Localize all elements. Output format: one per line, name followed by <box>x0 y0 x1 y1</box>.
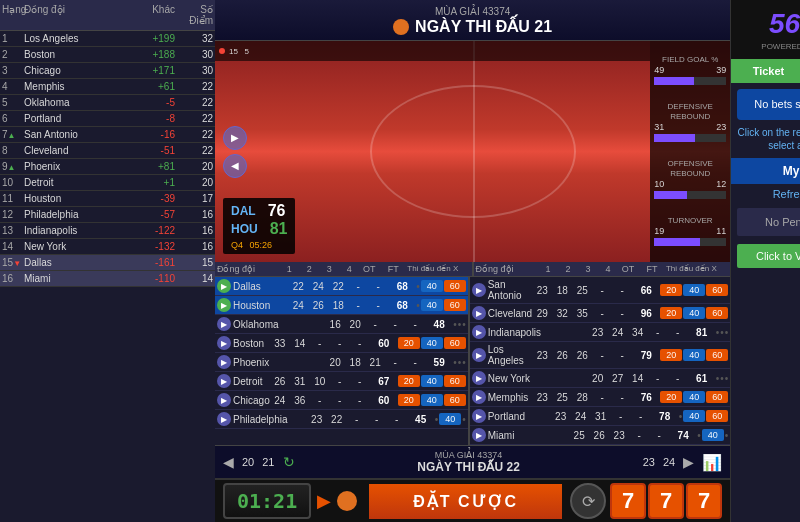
odd-btn[interactable]: 20 <box>398 394 420 406</box>
refresh-icon[interactable]: ↻ <box>283 454 295 470</box>
odd-btn[interactable]: 60 <box>444 394 466 406</box>
left-bet-row[interactable]: ▶ Detroit 26 31 10 - - 67 204060 <box>215 372 468 391</box>
play-button[interactable]: ▶ <box>472 428 486 442</box>
left-bet-row[interactable]: ▶ Chicago 24 36 - - - 60 204060 <box>215 391 468 410</box>
left-p3-header: 3 <box>319 264 339 274</box>
odd-btn[interactable]: 60 <box>706 307 728 319</box>
next-day1[interactable]: 23 <box>643 456 655 468</box>
odd-btn[interactable]: 20 <box>398 375 420 387</box>
bet-table-area: Đồng đội 1 2 3 4 OT FT Thi đấu đến X Đồn… <box>215 262 730 445</box>
odd-btn[interactable]: 60 <box>706 349 728 361</box>
play-button[interactable]: ▶ <box>472 390 486 404</box>
right-bet-row[interactable]: ▶ Los Angeles 23 26 26 - - 79 204060 <box>470 342 730 369</box>
standings-row[interactable]: 6 Portland -8 22 <box>0 111 215 127</box>
right-bet-row[interactable]: ▶ Miami 25 26 23 - - 74 •40• <box>470 426 730 445</box>
prev-arrow[interactable]: ◀ <box>223 454 234 470</box>
standings-row[interactable]: 3 Chicago +171 30 <box>0 63 215 79</box>
prev-day1[interactable]: 20 <box>242 456 254 468</box>
odd-btn[interactable]: 60 <box>444 280 466 292</box>
away-team-abbr: HOU <box>231 222 258 236</box>
odd-btn[interactable]: 60 <box>706 410 728 422</box>
odd-btn[interactable]: 40 <box>683 284 705 296</box>
odd-btn[interactable]: 40 <box>683 349 705 361</box>
odd-btn[interactable]: 40 <box>421 280 443 292</box>
odd-btn[interactable]: 40 <box>421 375 443 387</box>
play-button[interactable]: ▶ <box>217 317 231 331</box>
diff-cell: -161 <box>137 257 175 268</box>
odd-btn[interactable]: 60 <box>444 299 466 311</box>
odd-btn[interactable]: 60 <box>706 284 728 296</box>
right-bet-row[interactable]: ▶ Cleveland 29 32 35 - - 96 204060 <box>470 304 730 323</box>
odd-btn[interactable]: 40 <box>421 299 443 311</box>
play-button[interactable]: ▶ <box>217 393 231 407</box>
standings-row[interactable]: 4 Memphis +61 22 <box>0 79 215 95</box>
standings-row[interactable]: 2 Boston +188 30 <box>0 47 215 63</box>
play-button[interactable]: ▶ <box>217 355 231 369</box>
standings-row[interactable]: 10 Detroit +1 20 <box>0 175 215 191</box>
view-details-button[interactable]: Click to View Details <box>737 244 800 268</box>
odd-btn[interactable]: 40 <box>439 413 461 425</box>
standings-row[interactable]: 8 Cleveland -51 22 <box>0 143 215 159</box>
ticket-tab[interactable]: Ticket <box>731 59 800 83</box>
left-bet-row[interactable]: ▶ Phoenix 20 18 21 - - 59 ••• <box>215 353 468 372</box>
chart-icon[interactable]: 📊 <box>702 453 722 472</box>
odd-btn[interactable]: 20 <box>660 307 682 319</box>
standings-row[interactable]: 11 Houston -39 17 <box>0 191 215 207</box>
play-button[interactable]: ▶ <box>472 371 486 385</box>
left-bet-row[interactable]: ▶ Boston 33 14 - - - 60 204060 <box>215 334 468 353</box>
play-button[interactable]: ▶ <box>217 298 231 312</box>
standings-row[interactable]: 13 Indianapolis -122 16 <box>0 223 215 239</box>
odd-btn[interactable]: 60 <box>444 337 466 349</box>
odd-btn[interactable]: 40 <box>683 307 705 319</box>
play-button[interactable]: ▶ <box>217 279 231 293</box>
play-button[interactable]: ▶ <box>217 412 231 426</box>
standings-row[interactable]: 7▲ San Antonio -16 22 <box>0 127 215 143</box>
odd-btn[interactable]: 40 <box>421 337 443 349</box>
spin-button[interactable]: ⟳ <box>570 483 606 519</box>
p3-score: 18 <box>328 300 348 311</box>
left-team-col-header: Đồng đội <box>217 264 279 274</box>
odd-btn[interactable]: 40 <box>702 429 724 441</box>
rewind-ctrl[interactable]: ◀ <box>223 154 247 178</box>
standings-row[interactable]: 1 Los Angeles +199 32 <box>0 31 215 47</box>
play-button[interactable]: ▶ <box>217 374 231 388</box>
standings-row[interactable]: 12 Philadelphia -57 16 <box>0 207 215 223</box>
play-button[interactable]: ▶ <box>472 306 486 320</box>
seven-digit-2: 7 <box>648 483 684 519</box>
standings-row[interactable]: 15▼ Dallas -161 15 <box>0 255 215 271</box>
ot-score: - <box>668 327 688 338</box>
odd-btn[interactable]: 20 <box>660 391 682 403</box>
play-button[interactable]: ▶ <box>472 409 486 423</box>
odd-btn[interactable]: 40 <box>683 391 705 403</box>
left-bet-row[interactable]: ▶ Houston 24 26 18 - - 68 •4060 <box>215 296 468 315</box>
odd-btn[interactable]: 20 <box>660 349 682 361</box>
play-button[interactable]: ▶ <box>472 348 486 362</box>
next-day2[interactable]: 24 <box>663 456 675 468</box>
odd-btn[interactable]: 60 <box>706 391 728 403</box>
play-ctrl[interactable]: ▶ <box>223 126 247 150</box>
standings-row[interactable]: 9▲ Phoenix +81 20 <box>0 159 215 175</box>
play-button[interactable]: ▶ <box>472 325 486 339</box>
odd-btn[interactable]: 20 <box>398 337 420 349</box>
right-bet-row[interactable]: ▶ New York 20 27 14 - - 61 ••• <box>470 369 730 388</box>
right-bet-row[interactable]: ▶ Portland 23 24 31 - - 78 •4060 <box>470 407 730 426</box>
right-bet-row[interactable]: ▶ Indianapolis 23 24 34 - - 81 ••• <box>470 323 730 342</box>
standings-row[interactable]: 5 Oklahoma -5 22 <box>0 95 215 111</box>
left-bet-row[interactable]: ▶ Oklahoma 16 20 - - - 48 ••• <box>215 315 468 334</box>
left-bet-row[interactable]: ▶ Philadelphia 23 22 - - - 45 •40• <box>215 410 468 429</box>
odd-btn[interactable]: 60 <box>444 375 466 387</box>
standings-row[interactable]: 16 Miami -110 14 <box>0 271 215 287</box>
odd-btn[interactable]: 40 <box>421 394 443 406</box>
right-bet-row[interactable]: ▶ San Antonio 23 18 25 - - 66 204060 <box>470 277 730 304</box>
play-button[interactable]: ▶ <box>472 283 486 297</box>
next-arrow[interactable]: ▶ <box>683 454 694 470</box>
play-button[interactable]: ▶ <box>217 336 231 350</box>
standings-row[interactable]: 14 New York -132 16 <box>0 239 215 255</box>
right-bet-row[interactable]: ▶ Memphis 23 25 28 - - 76 204060 <box>470 388 730 407</box>
prev-day2[interactable]: 21 <box>262 456 274 468</box>
odd-btn[interactable]: 40 <box>683 410 705 422</box>
bet-button[interactable]: ĐẶT CƯỢC <box>369 484 562 519</box>
refresh-button[interactable]: Refresh [103] <box>731 184 800 204</box>
left-bet-row[interactable]: ▶ Dallas 22 24 22 - - 68 •4060 <box>215 277 468 296</box>
odd-btn[interactable]: 20 <box>660 284 682 296</box>
